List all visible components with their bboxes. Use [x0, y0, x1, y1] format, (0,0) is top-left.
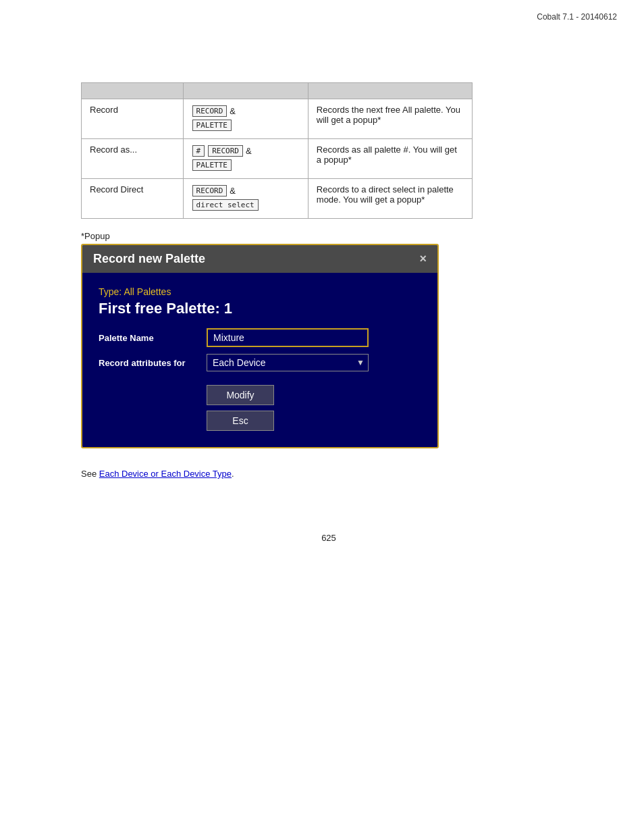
palette-name-input[interactable]	[207, 328, 369, 347]
palette-name-row: Palette Name	[99, 328, 421, 347]
cmd-name: Record Direct	[82, 179, 184, 219]
footer-text: See Each Device or Each Device Type.	[81, 469, 576, 479]
type-label: Type:	[99, 286, 122, 297]
key-record: RECORD	[192, 105, 227, 117]
popup-label: *Popup	[81, 231, 576, 241]
col-header-3	[308, 83, 472, 99]
col-header-1	[82, 83, 184, 99]
key-amp: &	[230, 186, 236, 196]
close-button[interactable]: ×	[419, 252, 427, 266]
key-direct-select: direct select	[192, 199, 259, 211]
popup-dialog: Record new Palette × Type: All Palettes …	[81, 244, 439, 448]
popup-title: Record new Palette	[93, 252, 205, 266]
record-attr-label: Record attributes for	[99, 358, 207, 368]
cmd-keys: # RECORD & PALETTE	[183, 139, 308, 179]
cmd-name: Record	[82, 99, 184, 139]
cmd-keys: RECORD & PALETTE	[183, 99, 308, 139]
footer-suffix: .	[232, 469, 234, 479]
type-value: All Palettes	[124, 286, 171, 297]
table-row: Record Direct RECORD & direct select Rec…	[82, 179, 473, 219]
cmd-desc: Records to a direct select in palette mo…	[308, 179, 472, 219]
record-attr-select-wrapper: Each Device Each Device Type All Devices…	[207, 354, 369, 371]
footer-link[interactable]: Each Device or Each Device Type	[99, 469, 232, 479]
key-record: RECORD	[208, 145, 243, 157]
key-amp: &	[246, 146, 252, 156]
record-attr-select[interactable]: Each Device Each Device Type All Devices	[207, 354, 369, 371]
esc-button[interactable]: Esc	[207, 411, 274, 431]
popup-type-line: Type: All Palettes	[99, 286, 421, 297]
table-row: Record RECORD & PALETTE Records the next…	[82, 99, 473, 139]
popup-titlebar: Record new Palette ×	[82, 245, 437, 273]
popup-body: Type: All Palettes First free Palette: 1…	[82, 273, 437, 447]
footer-prefix: See	[81, 469, 99, 479]
record-attr-row: Record attributes for Each Device Each D…	[99, 354, 421, 371]
key-amp: &	[230, 106, 236, 116]
popup-buttons: Modify Esc	[207, 385, 288, 431]
page-number: 625	[81, 533, 576, 543]
page-header: Cobalt 7.1 - 20140612	[0, 0, 644, 22]
palette-title: First free Palette: 1	[99, 300, 421, 317]
key-palette: PALETTE	[192, 159, 232, 171]
command-table: Record RECORD & PALETTE Records the next…	[81, 82, 473, 219]
palette-name-label: Palette Name	[99, 333, 207, 343]
modify-button[interactable]: Modify	[207, 385, 274, 405]
cmd-name: Record as...	[82, 139, 184, 179]
table-row: Record as... # RECORD & PALETTE Records …	[82, 139, 473, 179]
version-text: Cobalt 7.1 - 20140612	[537, 12, 617, 22]
key-record: RECORD	[192, 185, 227, 197]
cmd-desc: Records as all palette #. You will get a…	[308, 139, 472, 179]
key-hash: #	[192, 145, 205, 157]
col-header-2	[183, 83, 308, 99]
key-palette: PALETTE	[192, 120, 232, 131]
cmd-desc: Records the next free All palette. You w…	[308, 99, 472, 139]
cmd-keys: RECORD & direct select	[183, 179, 308, 219]
